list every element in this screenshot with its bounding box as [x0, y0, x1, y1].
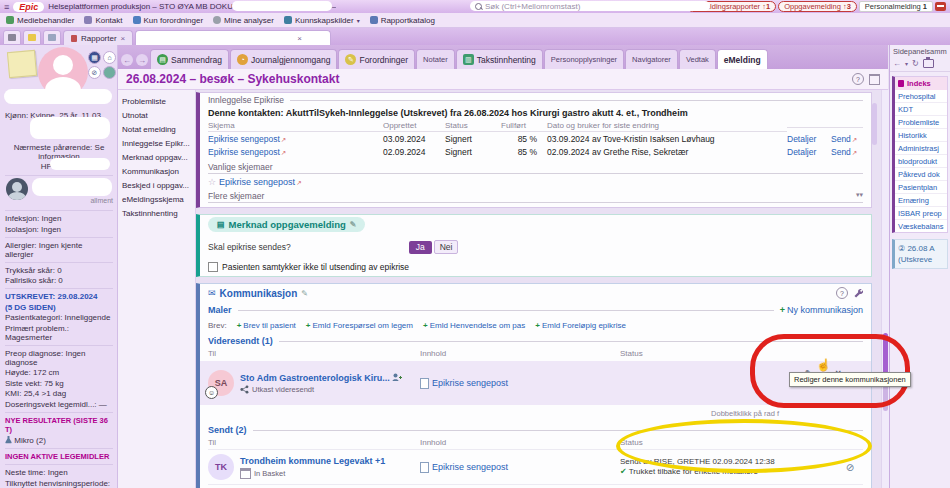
index-link-vaeskebalanse[interactable]: Væskebalans [895, 220, 947, 232]
menu-item-notat-emelding[interactable]: Notat emelding [118, 122, 195, 136]
consent-checkbox[interactable] [208, 262, 218, 272]
recipient-name[interactable]: Sto Adm Gastroenterologisk Kiru... [240, 373, 390, 383]
folder-tool-button[interactable] [23, 30, 41, 45]
chevron-down-icon[interactable]: ▾ [905, 60, 908, 67]
dato-value: 02.09.2024 av Grethe Rise, Sekretær [547, 145, 787, 158]
index-link-administrasjon[interactable]: Administrasj [895, 142, 947, 155]
chart-review-icon: ◔ [237, 54, 248, 65]
phone-tool-button[interactable] [3, 30, 21, 45]
index-link-ernaering[interactable]: Ernæring [895, 194, 947, 207]
sticky-note[interactable] [7, 50, 37, 78]
index-link-pakrevd-dok[interactable]: Påkrevd dok [895, 168, 947, 181]
tab-forordninger[interactable]: ✎Forordninger [338, 49, 415, 69]
oppgavemelding-button[interactable]: Oppgavemelding ↑3 [778, 1, 857, 12]
tab-patient-redacted[interactable]: × [135, 30, 331, 45]
refresh-icon[interactable]: ↻ [912, 59, 919, 68]
skjema-link[interactable]: Epikrise sengepost [208, 145, 383, 158]
edit-pencil-icon[interactable]: ✎ [301, 289, 308, 298]
rapportkatalog-button[interactable]: Rapportkatalog [370, 16, 435, 25]
help-icon[interactable]: ? [852, 73, 864, 85]
mine-analyser-button[interactable]: Mine analyser [213, 16, 274, 25]
monitor-tool-button[interactable] [43, 30, 61, 45]
forward-arrow[interactable]: → [136, 54, 148, 66]
help-icon[interactable]: ? [836, 287, 848, 299]
tab-journalgjennomgang[interactable]: ◔Journalgjennomgang [230, 49, 337, 69]
send-link[interactable]: Send [831, 132, 863, 145]
ny-kommunikasjon-link[interactable]: +Ny kommunikasjon [780, 305, 863, 315]
index-link-blodprodukt[interactable]: blodprodukt [895, 155, 947, 168]
emld-forelopig-epikrise-link[interactable]: +Emld Foreløpig epikrise [535, 321, 626, 330]
send-link[interactable]: Send [831, 145, 863, 158]
restore-window-icon[interactable] [869, 74, 880, 85]
tab-navigatorer[interactable]: Navigatorer [625, 49, 678, 69]
sent-row[interactable]: TK Trondheim kommune Legevakt +1 In Bask… [208, 449, 863, 484]
main-scrollbar[interactable] [881, 90, 889, 488]
status-dot-icon[interactable] [103, 66, 116, 79]
tab-vedtak[interactable]: Vedtak [679, 49, 716, 69]
no-entry-icon[interactable]: ⊘ [88, 66, 101, 79]
index-link-pasientplan[interactable]: Pasientplan [895, 181, 947, 194]
encounter-snapshot-card[interactable]: ② 26.08 A (Utskreve [892, 239, 948, 269]
back-arrow[interactable]: ← [121, 54, 133, 66]
index-link-isbar-preop[interactable]: ISBAR preop [895, 207, 947, 220]
inner-scrollbar-thumb[interactable] [872, 103, 877, 145]
tab-notater[interactable]: Notater [416, 49, 455, 69]
tab-emelding[interactable]: eMelding [717, 49, 768, 69]
favorite-star-icon[interactable]: ☆ [208, 177, 216, 187]
menu-item-beskjed-i-oppgave[interactable]: Beskjed i oppgav... [118, 178, 195, 192]
back-icon[interactable]: ← [893, 59, 901, 68]
menu-item-takstinnhenting[interactable]: Takstinnhenting [118, 206, 195, 220]
yes-button[interactable]: Ja [409, 241, 432, 254]
menu-item-kommunikasjon[interactable]: Kommunikasjon [118, 164, 195, 178]
tab-sammendrag[interactable]: ▤Sammendrag [150, 49, 229, 69]
kontakt-button[interactable]: Kontakt [84, 16, 122, 25]
tab-takstinnhenting[interactable]: ▥Takstinnhenting [456, 49, 543, 69]
recall-icon[interactable]: ⊘ [837, 462, 863, 473]
alert-device-icon[interactable] [935, 2, 946, 11]
menu-item-utnotat[interactable]: Utnotat [118, 108, 195, 122]
index-link-prehospital[interactable]: Prehospital [895, 90, 947, 103]
mediebehandler-button[interactable]: Mediebehandler [6, 16, 74, 25]
kun-forordninger-button[interactable]: Kun forordninger [133, 16, 204, 25]
index-link-kdt[interactable]: KDT [895, 103, 947, 116]
emld-henvendelse-link[interactable]: +Emld Henvendelse om pas [423, 321, 525, 330]
wrench-icon[interactable] [853, 288, 863, 298]
search-input[interactable]: Søk (Ctrl+Mellomromstast) [470, 1, 710, 11]
no-button[interactable]: Nei [434, 240, 459, 254]
print-icon[interactable] [923, 59, 934, 68]
close-icon[interactable]: × [121, 34, 126, 43]
hamburger-icon[interactable]: ≡ [4, 2, 9, 12]
tab-rapporter[interactable]: Rapporter× [63, 30, 133, 45]
recipient-name[interactable]: Trondheim kommune Legevakt +1 [240, 456, 385, 466]
content-link[interactable]: Epikrise sengepost [432, 462, 508, 472]
emld-foresporsel-link[interactable]: +Emld Forespørsel om legem [306, 321, 413, 330]
scrollbar-thumb[interactable] [883, 333, 888, 377]
grid-icon[interactable]: ▦ [88, 51, 101, 64]
close-icon[interactable]: × [297, 34, 302, 43]
micro-result-link[interactable]: Mikro (2) [5, 435, 113, 445]
detaljer-link[interactable]: Detaljer [787, 145, 831, 158]
content-link[interactable]: Epikrise sengepost [432, 378, 508, 388]
expand-chevron-icon[interactable]: ▾▾ [856, 191, 863, 201]
tab-personopplysninger[interactable]: Personopplysninger [544, 49, 624, 69]
sent-row[interactable]: TK Trondheim kommune Legevakt In Basket … [208, 484, 863, 488]
vanlige-skjema-link[interactable]: Epikrise sengepost [219, 177, 302, 187]
menu-item-problemliste[interactable]: Problemliste [118, 94, 195, 108]
transport-icon[interactable]: ⌂ [103, 51, 116, 64]
index-link-problemliste[interactable]: Problemliste [895, 116, 947, 129]
index-link-historikk[interactable]: Historikk [895, 129, 947, 142]
brev-til-pasient-link[interactable]: +Brev til pasient [237, 321, 296, 330]
menu-item-innleggelse-epikrise[interactable]: Innleggelse Epikr... [118, 136, 195, 150]
menu-item-emeldingsskjema[interactable]: eMeldingsskjema [118, 192, 195, 206]
kunnskapskilder-button[interactable]: Kunnskapskilder▾ [284, 16, 360, 25]
flere-skjemaer-header[interactable]: Flere skjemaer [208, 191, 264, 201]
isolation-line: Isolasjon: Ingen [5, 225, 113, 234]
skjema-link[interactable]: Epikrise sengepost [208, 132, 383, 145]
fullfort-value: 85 % [501, 145, 547, 158]
personalmelding-button[interactable]: Personalmelding 1 [859, 1, 933, 12]
edit-pencil-icon[interactable]: ✎ [350, 220, 357, 229]
forwarded-row[interactable]: SA☺ Sto Adm Gastroenterologisk Kiru... U… [200, 361, 871, 405]
menu-item-merknad-oppgavemelding[interactable]: Merknad oppgav... [118, 150, 195, 164]
detaljer-link[interactable]: Detaljer [787, 132, 831, 145]
encounter-header: 26.08.2024 – besøk – Sykehuskontakt ? [118, 69, 888, 90]
